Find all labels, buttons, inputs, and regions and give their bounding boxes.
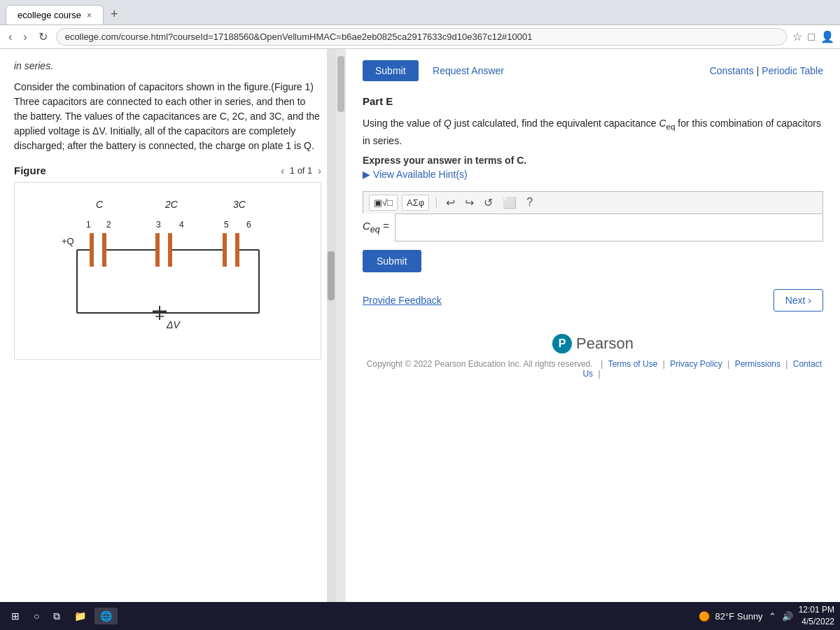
copyright-text: Copyright © 2022 Pearson Education Inc. …: [367, 359, 593, 369]
main-content: in series. Consider the combination of c…: [0, 49, 840, 626]
figure-prev-button[interactable]: ‹: [281, 165, 284, 176]
redo-button[interactable]: ↪: [462, 195, 477, 211]
svg-text:+Q: +Q: [62, 236, 74, 246]
weather-text: 82°F Sunny: [715, 611, 763, 622]
figure-section: Figure ‹ 1 of 1 › C 2C 3C 1 2 3: [14, 164, 321, 360]
forward-button[interactable]: ›: [20, 29, 29, 45]
answer-input-container: [395, 214, 823, 241]
left-scrollbar[interactable]: [327, 49, 335, 626]
task-view-button[interactable]: ⧉: [48, 608, 66, 625]
address-bar[interactable]: [56, 28, 788, 46]
clock-time: 12:01 PM: [799, 604, 834, 616]
circuit-diagram: C 2C 3C 1 2 3 4 5 6 +Q: [14, 182, 321, 360]
reset-button[interactable]: ↺: [481, 195, 496, 211]
svg-text:5: 5: [224, 220, 229, 230]
svg-text:4: 4: [179, 220, 184, 230]
svg-rect-12: [90, 233, 94, 267]
middle-scrollbar[interactable]: [336, 49, 346, 626]
help-button[interactable]: ?: [524, 195, 536, 210]
svg-text:3C: 3C: [233, 199, 246, 210]
browser-chrome: ecollege course × +: [0, 0, 840, 25]
svg-text:ΔV: ΔV: [166, 319, 181, 330]
feedback-next-row: Provide Feedback Next ›: [363, 289, 823, 312]
figure-next-button[interactable]: ›: [318, 165, 321, 176]
taskbar: ⊞ ○ ⧉ 📁 🌐 🟠 82°F Sunny ⌃ 🔊 12:01 PM 4/5/…: [0, 602, 840, 630]
in-series-text: in series.: [14, 60, 321, 71]
answer-row: Ceq =: [363, 214, 823, 241]
weather-icon: 🟠: [699, 611, 710, 622]
tab-title: ecollege course: [18, 10, 81, 20]
formula-button[interactable]: ▣√□: [369, 195, 398, 211]
footer-sep1: |: [601, 359, 605, 369]
express-answer-text: Express your answer in terms of C.: [363, 155, 823, 166]
footer-sep3: |: [727, 359, 732, 369]
keyboard-button[interactable]: ⬜: [500, 195, 519, 211]
middle-scrollbar-thumb: [337, 56, 344, 112]
browser-taskbar-button[interactable]: 🌐: [94, 608, 118, 624]
windows-start-button[interactable]: ⊞: [6, 608, 25, 624]
svg-rect-18: [223, 233, 227, 267]
footer-sep5: |: [598, 369, 600, 379]
toolbar-separator: |: [435, 196, 438, 209]
nav-bar: ‹ › ↻ ☆ □ 👤: [0, 25, 840, 49]
svg-text:2C: 2C: [164, 199, 178, 210]
footer-sep2: |: [663, 359, 667, 369]
window-icon[interactable]: □: [808, 31, 815, 43]
submit-request-group: Submit Request Answer: [363, 60, 504, 81]
figure-nav: ‹ 1 of 1 ›: [281, 165, 321, 176]
left-scrollbar-thumb: [328, 251, 335, 300]
reload-button[interactable]: ↻: [36, 29, 50, 45]
back-button[interactable]: ‹: [6, 29, 15, 45]
right-panel: Submit Request Answer Constants | Period…: [346, 49, 840, 626]
figure-nav-text: 1 of 1: [290, 165, 313, 176]
search-button[interactable]: ○: [28, 608, 45, 624]
answer-toolbar: ▣√□ AΣφ | ↩ ↪ ↺ ⬜ ?: [363, 191, 823, 214]
undo-button[interactable]: ↩: [443, 195, 458, 211]
nav-icons: ☆ □ 👤: [792, 30, 834, 43]
request-answer-link[interactable]: Request Answer: [433, 65, 504, 76]
volume-icon[interactable]: 🔊: [782, 611, 793, 622]
next-button[interactable]: Next ›: [774, 289, 823, 312]
figure-header: Figure ‹ 1 of 1 ›: [14, 164, 321, 176]
permissions-link[interactable]: Permissions: [735, 359, 780, 369]
active-tab[interactable]: ecollege course ×: [6, 5, 104, 24]
view-hint-toggle[interactable]: ▶ View Available Hint(s): [363, 169, 823, 180]
svg-text:3: 3: [156, 220, 161, 230]
tab-bar: ecollege course × +: [6, 4, 834, 24]
svg-rect-13: [102, 233, 106, 267]
profile-icon[interactable]: 👤: [820, 30, 834, 43]
svg-text:2: 2: [106, 220, 111, 230]
taskbar-system-icons: 🟠 82°F Sunny ⌃ 🔊 12:01 PM 4/5/2022: [699, 604, 834, 628]
figure-title: Figure: [14, 164, 46, 176]
footer-links: Copyright © 2022 Pearson Education Inc. …: [363, 359, 823, 379]
svg-text:1: 1: [86, 220, 91, 230]
left-panel: in series. Consider the combination of c…: [0, 49, 336, 626]
constants-links: Constants | Periodic Table: [710, 65, 823, 76]
new-tab-button[interactable]: +: [105, 4, 124, 24]
problem-text: Consider the combination of capacitors s…: [14, 80, 321, 153]
separator1: |: [757, 65, 760, 76]
ceq-label: Ceq =: [363, 220, 389, 234]
circuit-svg: C 2C 3C 1 2 3 4 5 6 +Q: [42, 194, 294, 348]
bookmark-icon[interactable]: ☆: [792, 30, 802, 43]
top-actions-row: Submit Request Answer Constants | Period…: [363, 60, 823, 81]
constants-link[interactable]: Constants: [710, 65, 754, 76]
terms-of-use-link[interactable]: Terms of Use: [608, 359, 658, 369]
svg-rect-15: [155, 233, 160, 267]
provide-feedback-link[interactable]: Provide Feedback: [363, 295, 442, 306]
taskbar-time: 12:01 PM 4/5/2022: [799, 604, 834, 628]
submit-button[interactable]: Submit: [363, 60, 419, 81]
file-explorer-button[interactable]: 📁: [69, 608, 92, 624]
pearson-logo: P Pearson: [363, 334, 823, 354]
submit-answer-button[interactable]: Submit: [363, 250, 421, 272]
privacy-policy-link[interactable]: Privacy Policy: [670, 359, 722, 369]
answer-input[interactable]: [396, 214, 822, 241]
clock-date: 4/5/2022: [799, 616, 834, 628]
close-tab-button[interactable]: ×: [87, 10, 92, 20]
part-label: Part E: [363, 95, 823, 107]
part-question: Using the value of Q just calculated, fi…: [363, 115, 823, 149]
periodic-table-link[interactable]: Periodic Table: [762, 65, 823, 76]
svg-text:6: 6: [246, 220, 251, 230]
network-icon[interactable]: ⌃: [769, 611, 776, 622]
symbols-button[interactable]: AΣφ: [402, 195, 429, 211]
